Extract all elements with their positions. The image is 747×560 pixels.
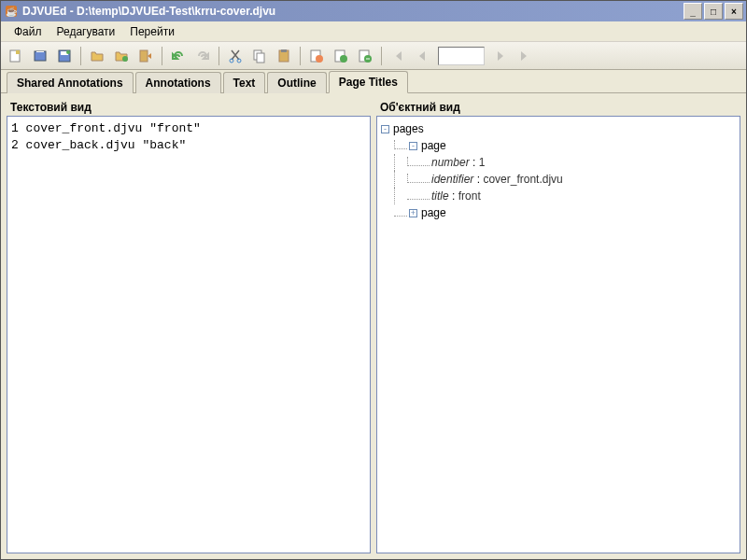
tree-connector xyxy=(394,171,407,188)
tree-connector xyxy=(394,188,407,204)
text-view-content: 1 cover_front.djvu "front"2 cover_back.d… xyxy=(11,120,366,154)
tree-value: front xyxy=(458,188,481,204)
tree-sep: : xyxy=(449,188,458,204)
tree-label: page xyxy=(421,137,446,154)
tree-node-pages[interactable]: - pages xyxy=(381,120,736,137)
expand-icon[interactable]: - xyxy=(381,125,389,133)
svg-rect-3 xyxy=(16,50,20,54)
object-view-panel: Об'єктний вид - pages - page n xyxy=(376,99,740,553)
toolbar-separator xyxy=(218,47,219,65)
tabbar: Shared Annotations Annotations Text Outl… xyxy=(1,70,746,92)
page-link-button[interactable] xyxy=(354,45,376,67)
nav-prev-button xyxy=(411,45,433,67)
toolbar-separator xyxy=(80,47,81,65)
tree-leaf-title[interactable]: title : front xyxy=(381,188,736,204)
tab-text[interactable]: Text xyxy=(223,72,266,93)
text-view-header: Текстовий вид xyxy=(7,99,371,116)
titlebar: ☕ DJVUEd - D:\temp\DJVUEd-Test\krru-cove… xyxy=(1,1,746,21)
page-number-field[interactable] xyxy=(438,47,485,65)
tree-value: cover_front.djvu xyxy=(483,171,562,188)
copy-button[interactable] xyxy=(248,45,271,67)
tree-view: - pages - page number : 1 xyxy=(381,120,736,221)
nav-first-button xyxy=(387,45,409,67)
object-view-header: Об'єктний вид xyxy=(376,99,740,116)
maximize-button[interactable]: □ xyxy=(704,3,723,20)
menu-go[interactable]: Перейти xyxy=(122,22,182,41)
tab-shared-annotations[interactable]: Shared Annotations xyxy=(7,72,134,93)
tree-value: 1 xyxy=(479,154,486,171)
tree-node-page[interactable]: - page xyxy=(381,137,736,154)
svg-text:☕: ☕ xyxy=(6,6,18,18)
tab-page-titles[interactable]: Page Titles xyxy=(329,71,408,93)
menubar: Файл Редагувати Перейти xyxy=(1,21,746,42)
menu-edit[interactable]: Редагувати xyxy=(49,22,123,41)
page-new-button[interactable] xyxy=(330,45,352,67)
cut-button[interactable] xyxy=(224,45,247,67)
object-view-body[interactable]: - pages - page number : 1 xyxy=(376,116,740,553)
text-view-body[interactable]: 1 cover_front.djvu "front"2 cover_back.d… xyxy=(7,116,371,553)
tree-label: pages xyxy=(393,120,424,137)
svg-point-8 xyxy=(66,50,70,54)
tab-annotations[interactable]: Annotations xyxy=(135,72,221,93)
tree-label: page xyxy=(421,204,446,221)
tree-key: identifier xyxy=(431,171,473,188)
toolbar-separator xyxy=(300,47,301,65)
app-icon: ☕ xyxy=(4,4,19,19)
redo-button xyxy=(191,45,214,67)
tree-connector xyxy=(407,190,430,200)
new-button[interactable] xyxy=(5,45,27,67)
close-button[interactable]: × xyxy=(725,3,743,20)
folder-save-button[interactable] xyxy=(110,45,133,67)
tree-key: title xyxy=(431,188,449,204)
tree-key: number xyxy=(431,154,470,171)
menu-file[interactable]: Файл xyxy=(7,22,49,41)
nav-next-button xyxy=(489,45,512,67)
nav-last-button xyxy=(514,45,536,67)
svg-rect-14 xyxy=(257,53,264,63)
expand-icon[interactable]: - xyxy=(409,142,417,150)
collapse-icon[interactable]: + xyxy=(409,209,417,217)
toolbar-separator xyxy=(162,47,162,65)
minimize-button[interactable]: _ xyxy=(684,3,702,20)
svg-rect-5 xyxy=(36,51,44,52)
tree-connector xyxy=(394,154,407,171)
tree-connector xyxy=(394,207,407,217)
paste-button[interactable] xyxy=(273,45,295,67)
tree-connector xyxy=(407,174,430,183)
svg-point-9 xyxy=(122,56,128,62)
save-button[interactable] xyxy=(53,45,76,67)
window-controls: _ □ × xyxy=(684,3,743,20)
text-line: 1 cover_front.djvu "front" xyxy=(11,120,366,137)
svg-rect-16 xyxy=(281,49,287,52)
page-add-button[interactable] xyxy=(305,45,328,67)
content-area: Текстовий вид 1 cover_front.djvu "front"… xyxy=(1,92,746,559)
folder-open-button[interactable] xyxy=(86,45,108,67)
text-line: 2 cover_back.djvu "back" xyxy=(11,137,366,154)
tree-node-page[interactable]: + page xyxy=(381,204,736,221)
export-button[interactable] xyxy=(134,45,157,67)
svg-point-18 xyxy=(316,55,323,63)
svg-point-20 xyxy=(340,55,347,63)
open-button[interactable] xyxy=(29,45,51,67)
svg-rect-10 xyxy=(140,50,148,62)
tree-leaf-identifier[interactable]: identifier : cover_front.djvu xyxy=(381,171,736,188)
tree-connector xyxy=(407,157,430,166)
window-title: DJVUEd - D:\temp\DJVUEd-Test\krru-cover.… xyxy=(22,5,684,18)
tree-connector xyxy=(394,140,407,149)
toolbar xyxy=(1,42,746,70)
tab-outline[interactable]: Outline xyxy=(267,72,326,93)
undo-button[interactable] xyxy=(167,45,190,67)
app-window: ☕ DJVUEd - D:\temp\DJVUEd-Test\krru-cove… xyxy=(0,0,747,560)
svg-rect-4 xyxy=(35,51,46,61)
tree-leaf-number[interactable]: number : 1 xyxy=(381,154,736,171)
tree-sep: : xyxy=(470,154,479,171)
text-view-panel: Текстовий вид 1 cover_front.djvu "front"… xyxy=(7,99,371,553)
toolbar-separator xyxy=(381,47,382,65)
tree-sep: : xyxy=(473,171,483,188)
